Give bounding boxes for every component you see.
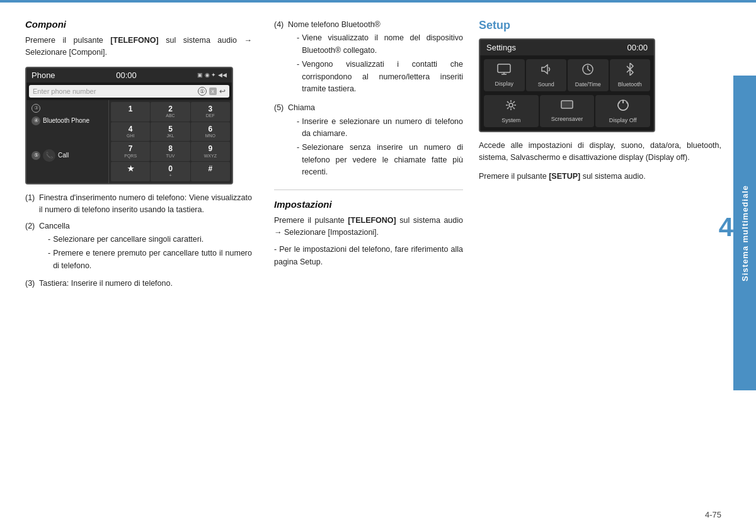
section-divider (274, 190, 463, 190)
settings-item-bluetooth[interactable]: Bluetooth (610, 59, 651, 91)
item-text-4: Nome telefono Bluetooth® (288, 19, 463, 31)
svg-line-6 (588, 69, 590, 71)
circle-5: ⑤ (32, 151, 40, 160)
settings-grid-row1: Display Sound (480, 55, 654, 95)
right-column: Setup Settings 00:00 Display (472, 19, 721, 507)
bluetooth-icon (625, 63, 635, 79)
phone-status-icons: ▣ ◉ ✦ ◀◀ (197, 72, 227, 78)
key-5[interactable]: 5JKL (151, 122, 190, 142)
svg-point-7 (509, 103, 513, 107)
phone-time: 00:00 (116, 71, 137, 80)
key-3[interactable]: 3DEF (191, 102, 230, 122)
phone-left-panel: ③ ④ Bluetooth Phone ⑤ 📞 Call (26, 100, 108, 183)
key-9[interactable]: 9WXYZ (191, 142, 230, 161)
screensaver-icon (561, 100, 573, 113)
back-button[interactable]: ↩ (219, 87, 226, 96)
settings-item-system[interactable]: System (484, 95, 539, 127)
sublist-5: - Inserire e selezionare un numero di te… (297, 116, 463, 179)
sound-label: Sound (538, 81, 554, 88)
setup-instruction: Premere il pulsante [SETUP] sul sistema … (479, 171, 721, 183)
item-num-4: (4) (274, 19, 285, 97)
key-4[interactable]: 4GHI (111, 122, 150, 142)
settings-header: Settings 00:00 (480, 40, 654, 55)
item-num-3: (3) (25, 278, 37, 290)
key-6[interactable]: 6MNO (191, 122, 230, 142)
settings-item-sound[interactable]: Sound (526, 59, 567, 91)
item-text-5: Chiama (288, 102, 463, 114)
system-icon (505, 99, 517, 115)
delete-button[interactable]: x (209, 88, 217, 95)
settings-time: 00:00 (627, 43, 648, 52)
system-label: System (501, 117, 520, 123)
list-item-3: (3) Tastiera: Inserire il numero di tele… (25, 278, 252, 290)
item-text-2: Cancella (39, 220, 252, 232)
datetime-label: Date/Time (575, 81, 601, 88)
key-1[interactable]: 1 (111, 102, 150, 122)
componi-intro: Premere il pulsante [TELEFONO] sul siste… (25, 35, 252, 59)
item-text-1: Finestra d'inserimento numero di telefon… (39, 192, 252, 217)
list-item-4: (4) Nome telefono Bluetooth® - Viene vis… (274, 19, 463, 97)
settings-grid-row2: System Screensaver (480, 95, 654, 131)
call-icon: 📞 (43, 149, 55, 162)
page-number: 4-75 (705, 510, 721, 519)
main-content: Componi Premere il pulsante [TELEFONO] s… (25, 19, 721, 507)
phone-input-row: Enter phone number ① x ↩ (29, 85, 229, 98)
circle-4: ④ (32, 116, 40, 125)
sublist-2: - Selezionare per cancellare singoli car… (48, 234, 252, 272)
bt-phone-row: ④ Bluetooth Phone (29, 114, 106, 128)
phone-keypad: 1 2ABC 3DEF 4GHI 5JKL 6MNO 7PQRS 8TUV 9W… (108, 100, 232, 183)
settings-ui-mockup: Settings 00:00 Display (479, 38, 655, 132)
subitem-2-1: - Selezionare per cancellare singoli car… (48, 234, 252, 246)
datetime-icon (581, 63, 594, 79)
key-star[interactable]: ★ (111, 162, 150, 181)
subitem-2-2: - Premere e tenere premuto per cancellar… (48, 247, 252, 272)
display-off-label: Display Off (609, 117, 637, 123)
item-text-3: Tastiera: Inserire il numero di telefono… (39, 278, 173, 290)
settings-item-screensaver[interactable]: Screensaver (540, 95, 595, 127)
call-label: Call (58, 152, 69, 159)
side-chapter-tab: Sistema multimediale (733, 76, 756, 390)
phone-body: ③ ④ Bluetooth Phone ⑤ 📞 Call 1 2AB (26, 100, 232, 183)
screensaver-label: Screensaver (551, 116, 583, 122)
svg-marker-3 (542, 65, 547, 74)
key-0[interactable]: 0+ (151, 162, 190, 181)
bluetooth-label: Bluetooth (618, 81, 642, 88)
middle-column: (4) Nome telefono Bluetooth® - Viene vis… (265, 19, 472, 507)
item-num-2: (2) (25, 220, 37, 274)
settings-item-datetime[interactable]: Date/Time (568, 59, 609, 91)
call-button-row[interactable]: ⑤ 📞 Call (29, 147, 106, 164)
list-item-1: (1) Finestra d'inserimento numero di tel… (25, 192, 252, 217)
display-label: Display (495, 81, 513, 87)
left-column: Componi Premere il pulsante [TELEFONO] s… (25, 19, 265, 507)
display-off-icon (617, 99, 629, 115)
circle-3: ③ (32, 104, 40, 113)
item-num-5: (5) (274, 102, 285, 180)
subitem-4-1: - Viene visualizzato il nome del disposi… (297, 32, 463, 57)
subitem-4-2: - Vengono visualizzati i contatti che co… (297, 59, 463, 95)
display-icon (497, 64, 511, 78)
circle3-row: ③ (29, 103, 106, 114)
settings-item-display-off[interactable]: Display Off (595, 95, 650, 127)
sound-icon (540, 63, 553, 79)
side-tab-label: Sistema multimediale (740, 185, 750, 281)
settings-item-display[interactable]: Display (484, 59, 525, 91)
sublist-4: - Viene visualizzato il nome del disposi… (297, 32, 463, 95)
key-hash[interactable]: # (191, 162, 230, 181)
setup-title: Setup (479, 19, 721, 32)
svg-rect-0 (498, 64, 510, 72)
bt-phone-label: Bluetooth Phone (43, 117, 89, 124)
impostazioni-intro: Premere il pulsante [TELEFONO] sul siste… (274, 215, 463, 239)
list-item-5: (5) Chiama - Inserire e selezionare un n… (274, 102, 463, 180)
impostazioni-note: - Per le impostazioni del telefono, fare… (274, 244, 463, 268)
key-2[interactable]: 2ABC (151, 102, 190, 122)
setup-description: Accede alle impostazioni di display, suo… (479, 140, 721, 164)
phone-title: Phone (32, 71, 55, 80)
list-item-2: (2) Cancella - Selezionare per cancellar… (25, 220, 252, 274)
key-7[interactable]: 7PQRS (111, 142, 150, 161)
componi-title: Componi (25, 19, 252, 30)
svg-rect-8 (561, 101, 573, 108)
top-decorative-line (0, 0, 756, 3)
numbered-list-left: (1) Finestra d'inserimento numero di tel… (25, 192, 252, 290)
settings-title: Settings (486, 43, 516, 52)
key-8[interactable]: 8TUV (151, 142, 190, 161)
